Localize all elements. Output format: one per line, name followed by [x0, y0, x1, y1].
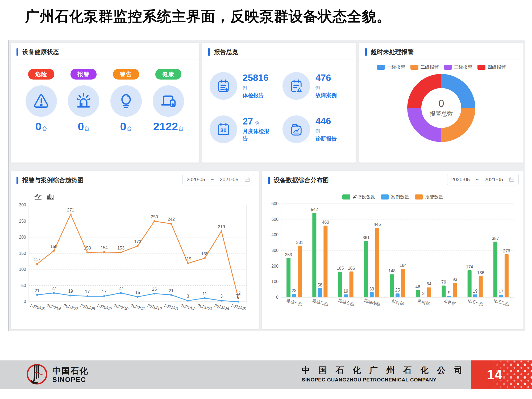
- svg-text:3: 3: [220, 294, 223, 298]
- svg-text:炼油三部: 炼油三部: [338, 298, 355, 307]
- svg-text:33: 33: [369, 287, 374, 291]
- svg-text:174: 174: [466, 265, 473, 269]
- date-end[interactable]: 2021-05: [484, 177, 503, 182]
- legend-swatch: [477, 65, 485, 70]
- svg-text:361: 361: [363, 235, 370, 240]
- svg-text:357: 357: [492, 236, 499, 241]
- date-start[interactable]: 2020-05: [451, 177, 470, 182]
- panel-title: 设备健康状态: [22, 48, 59, 56]
- legend-item-alarms[interactable]: 报警数量: [415, 194, 443, 200]
- svg-text:热电部: 热电部: [417, 298, 430, 306]
- distribution-date-range-picker[interactable]: 2020-05 ~ 2021-05: [447, 174, 519, 185]
- svg-text:9: 9: [448, 290, 450, 295]
- report-item-monthly: 30 27例 月度体检报告: [210, 107, 280, 151]
- sinopec-logo: 中国石化 SINOPEC: [25, 363, 89, 386]
- trend-line-chart: 0501001502002503002020/052020/062020/072…: [13, 201, 254, 322]
- company-name-cn: 中 国 石 化 广 州 石 化 公 司: [302, 365, 466, 376]
- svg-text:250: 250: [19, 219, 26, 223]
- svg-text:2020/11: 2020/11: [130, 303, 146, 311]
- svg-text:166: 166: [348, 266, 355, 271]
- report-item-physical: 25816 例 体检报告: [210, 64, 280, 107]
- calendar-30-icon: 30: [210, 115, 237, 143]
- alarm-total-value: 0: [438, 98, 444, 109]
- health-item-alarm: 报警 0台: [64, 69, 103, 132]
- svg-text:136: 136: [477, 271, 484, 275]
- svg-text:148: 148: [388, 269, 396, 273]
- report-label: 体检报告: [243, 92, 268, 99]
- legend-item-cases[interactable]: 案例数量: [381, 194, 409, 200]
- svg-text:贮运部: 贮运部: [391, 298, 404, 306]
- legend-item-level2[interactable]: 二级报警: [410, 64, 439, 70]
- svg-text:21: 21: [169, 288, 174, 293]
- panel-title: 报告总览: [214, 48, 238, 56]
- date-start[interactable]: 2020-05: [186, 177, 205, 182]
- legend-item-level1[interactable]: 一级报警: [377, 64, 405, 70]
- report-unit: 例: [255, 120, 260, 126]
- svg-text:0: 0: [237, 295, 239, 300]
- svg-text:2021/01: 2021/01: [164, 303, 179, 311]
- panel-title: 报警与案例综合趋势图: [22, 176, 84, 184]
- legend-item-level4[interactable]: 四级报警: [477, 64, 506, 70]
- trend-date-range-picker[interactable]: 2020-05 ~ 2021-05: [182, 174, 254, 185]
- line-chart-toggle-icon[interactable]: [34, 192, 42, 201]
- svg-text:炼油一部: 炼油一部: [286, 298, 303, 307]
- warning-triangle-icon: [26, 85, 57, 117]
- svg-text:17: 17: [85, 289, 90, 294]
- svg-text:11: 11: [202, 292, 207, 296]
- warning-badge: 警告: [113, 69, 139, 80]
- bar-chart-toggle-icon[interactable]: [46, 192, 54, 201]
- report-value: 25816: [243, 73, 268, 83]
- svg-text:25: 25: [395, 288, 400, 292]
- siren-icon: [68, 85, 99, 117]
- svg-text:542: 542: [311, 207, 318, 212]
- warning-count: 0台: [120, 121, 132, 132]
- svg-text:276: 276: [503, 249, 510, 253]
- danger-badge: 危险: [28, 69, 54, 80]
- svg-text:250: 250: [151, 215, 158, 219]
- svg-text:17: 17: [498, 289, 503, 294]
- alarm-donut-chart: 0 报警总数: [407, 74, 475, 142]
- legend-item-devices[interactable]: 监控设备数: [342, 194, 375, 200]
- alarm-badge: 报警: [70, 69, 97, 80]
- donut-center: 0 报警总数: [421, 88, 461, 128]
- alarm-total-label: 报警总数: [430, 110, 453, 118]
- svg-text:446: 446: [374, 222, 381, 227]
- svg-text:2021/04: 2021/04: [214, 303, 230, 311]
- svg-text:46: 46: [415, 285, 420, 289]
- bulb-icon: [110, 85, 142, 117]
- svg-text:76: 76: [441, 280, 446, 284]
- svg-text:242: 242: [168, 217, 175, 222]
- danger-count: 0台: [35, 121, 47, 132]
- svg-text:64: 64: [427, 282, 431, 286]
- svg-text:119: 119: [185, 257, 192, 261]
- legend-item-level3[interactable]: 三级报警: [444, 64, 472, 70]
- svg-text:2020/06: 2020/06: [47, 303, 62, 311]
- svg-text:炼油二部: 炼油二部: [312, 298, 329, 307]
- alarm-count: 0台: [78, 121, 89, 132]
- svg-text:93: 93: [452, 277, 457, 282]
- date-separator: ~: [211, 177, 214, 182]
- date-end[interactable]: 2021-05: [220, 177, 238, 182]
- health-item-danger: 危险 0台: [21, 69, 61, 132]
- title-accent-bar: [208, 48, 210, 56]
- report-unit: 例: [315, 85, 337, 91]
- svg-text:2020/12: 2020/12: [147, 303, 163, 311]
- svg-text:200: 200: [271, 264, 279, 268]
- healthy-count: 2122台: [153, 121, 184, 132]
- devices-icon: [153, 85, 184, 117]
- svg-text:58: 58: [318, 283, 322, 287]
- panel-title: 超时未处理报警: [371, 48, 414, 56]
- footer-bar: 中国石化 SINOPEC 中 国 石 化 广 州 石 化 公 司 SINOPEC…: [0, 360, 532, 389]
- svg-text:300: 300: [271, 248, 279, 253]
- svg-text:2021/05: 2021/05: [231, 303, 246, 311]
- svg-text:271: 271: [67, 208, 74, 212]
- calendar-icon: [244, 177, 250, 182]
- svg-text:300: 300: [19, 203, 26, 207]
- healthy-badge: 健康: [155, 69, 181, 80]
- calendar-icon: [509, 177, 515, 182]
- title-accent-bar: [268, 177, 270, 184]
- dashboard: 设备健康状态 危险 0台 报警: [8, 40, 525, 331]
- title-accent-bar: [16, 48, 18, 56]
- svg-text:158: 158: [50, 244, 57, 249]
- legend-swatch: [342, 194, 350, 200]
